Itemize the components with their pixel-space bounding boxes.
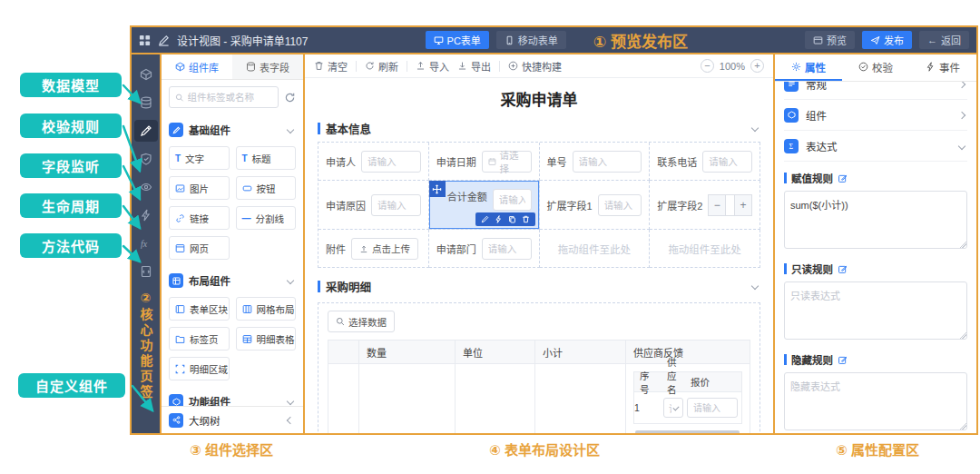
- field-apply-dept[interactable]: 申请部门: [429, 230, 540, 268]
- quick-build-button[interactable]: 快捷构建: [508, 59, 562, 74]
- order-no-input[interactable]: [573, 151, 642, 173]
- stepper-value[interactable]: [726, 194, 734, 216]
- component-link[interactable]: 链接: [169, 206, 230, 230]
- component-grid-layout[interactable]: 网格布局: [236, 297, 297, 321]
- apply-reason-input[interactable]: [371, 194, 421, 216]
- svg-text:Σ: Σ: [789, 142, 793, 150]
- component-image[interactable]: 图片: [169, 176, 230, 200]
- section-purchase-detail[interactable]: 采购明细: [318, 275, 760, 297]
- preview-button[interactable]: 预览: [805, 31, 855, 49]
- component-divider[interactable]: —分割线: [236, 206, 297, 230]
- detail-cell-quantity[interactable]: [359, 364, 456, 433]
- ext1-input[interactable]: [598, 194, 642, 216]
- feature-rail: fx ②核心功能页签: [132, 54, 162, 433]
- edit-icon[interactable]: [838, 264, 848, 274]
- component-webpage[interactable]: 网页: [169, 236, 230, 260]
- component-text[interactable]: T文字: [169, 146, 230, 170]
- component-button[interactable]: 按钮: [236, 176, 297, 200]
- validation-icon[interactable]: [134, 148, 158, 170]
- zoom-in-icon[interactable]: +: [750, 59, 764, 73]
- field-phone[interactable]: 联系电话: [650, 143, 760, 181]
- component-title[interactable]: T标题: [236, 146, 297, 170]
- section-basic-components[interactable]: 基础组件: [169, 116, 296, 143]
- form-design-surface[interactable]: 采购申请单 基本信息 申请人 申请日期: [305, 78, 773, 433]
- move-handle-icon[interactable]: [429, 181, 446, 197]
- total-amount-input[interactable]: [493, 189, 532, 211]
- tab-properties[interactable]: 属性: [775, 54, 842, 81]
- data-model-icon[interactable]: [134, 92, 158, 114]
- component-search[interactable]: [169, 86, 279, 108]
- phone-input[interactable]: [702, 151, 752, 173]
- hidden-rule-textarea[interactable]: [784, 372, 967, 430]
- detail-cell-subtotal-selected[interactable]: [535, 364, 626, 433]
- component-detail-table[interactable]: 明细表格: [236, 327, 297, 351]
- section-function-components[interactable]: 功能组件: [169, 388, 296, 406]
- edit-icon[interactable]: [838, 355, 848, 365]
- search-input[interactable]: [188, 92, 272, 103]
- design-icon[interactable]: [134, 120, 158, 142]
- component-form-block[interactable]: 表单区块: [169, 297, 230, 321]
- apply-dept-input[interactable]: [482, 238, 532, 260]
- edit-icon[interactable]: [838, 173, 848, 183]
- lifecycle-icon[interactable]: [134, 204, 158, 226]
- drop-zone[interactable]: 拖动组件至此处: [540, 230, 651, 268]
- component-tabs[interactable]: 标签页: [169, 327, 230, 351]
- refresh-icon[interactable]: [284, 92, 296, 104]
- copy-icon[interactable]: [508, 215, 516, 223]
- section-layout-components[interactable]: 布局组件: [169, 267, 296, 294]
- custom-page-icon[interactable]: [134, 261, 158, 282]
- date-picker[interactable]: 请选择: [482, 151, 532, 173]
- section-basic-info[interactable]: 基本信息: [318, 117, 760, 139]
- lightning-icon[interactable]: [495, 215, 503, 223]
- stepper-minus-icon[interactable]: −: [708, 194, 726, 216]
- method-code-icon[interactable]: fx: [134, 232, 158, 254]
- mobile-form-button[interactable]: 移动表单: [496, 31, 566, 49]
- assign-rule-textarea[interactable]: sum($(小计)): [784, 191, 967, 249]
- component-detail-region[interactable]: 明细区域: [169, 357, 230, 380]
- field-ext2[interactable]: 扩展字段2 − +: [650, 181, 760, 230]
- applicant-input[interactable]: [361, 151, 421, 173]
- outline-tree-bar[interactable]: 大纲树: [162, 406, 303, 433]
- supplier-select[interactable]: 请选择: [663, 398, 683, 418]
- field-total-amount-selected[interactable]: 合计金额: [429, 181, 540, 230]
- quote-input[interactable]: [687, 398, 738, 418]
- tab-validation[interactable]: 校验: [842, 54, 909, 81]
- tab-events[interactable]: 事件: [909, 54, 976, 81]
- delete-icon[interactable]: [522, 215, 530, 223]
- outline-tree-icon: [169, 413, 183, 428]
- readonly-rule-textarea[interactable]: [784, 281, 967, 340]
- image-icon: [175, 183, 185, 193]
- field-attachment[interactable]: 附件 点击上传: [318, 230, 429, 268]
- publish-button[interactable]: 发布: [862, 31, 912, 49]
- zoom-out-icon[interactable]: −: [701, 59, 714, 73]
- app-grid-icon[interactable]: [139, 35, 151, 46]
- pc-form-button[interactable]: PC表单: [426, 31, 489, 49]
- section-expression[interactable]: Σ 表达式: [784, 131, 967, 162]
- collapse-icon[interactable]: [287, 416, 294, 423]
- section-component[interactable]: 组件: [784, 100, 967, 131]
- field-ext1[interactable]: 扩展字段1: [540, 181, 651, 230]
- field-apply-reason[interactable]: 申请原因: [318, 181, 429, 230]
- detail-cell-unit[interactable]: [456, 364, 535, 433]
- tab-component-library[interactable]: 组件库: [162, 54, 232, 79]
- tab-table-fields[interactable]: 表字段: [232, 54, 303, 79]
- export-button[interactable]: 导出: [457, 59, 491, 74]
- upload-button[interactable]: 点击上传: [351, 238, 418, 260]
- select-data-button[interactable]: 选择数据: [328, 311, 395, 332]
- drop-zone[interactable]: 拖动组件至此处: [650, 230, 760, 268]
- refresh-button[interactable]: 刷新: [365, 59, 398, 74]
- field-apply-date[interactable]: 申请日期 请选择: [429, 143, 540, 181]
- field-applicant[interactable]: 申请人: [318, 143, 429, 181]
- edit-icon[interactable]: [481, 215, 489, 223]
- clear-button[interactable]: 清空: [314, 59, 348, 74]
- annotation-property-area: ⑤ 属性配置区: [777, 439, 978, 459]
- stepper-plus-icon[interactable]: +: [734, 194, 752, 216]
- field-order-no[interactable]: 单号: [540, 143, 651, 181]
- back-button[interactable]: ← 返回: [919, 31, 969, 49]
- components-icon[interactable]: [134, 64, 158, 85]
- horizontal-scrollbar[interactable]: [635, 430, 740, 433]
- field-watch-icon[interactable]: [134, 176, 158, 198]
- import-button[interactable]: 导入: [416, 59, 449, 74]
- section-general[interactable]: 常规: [784, 82, 967, 100]
- detail-col-quantity: 数量: [359, 341, 456, 363]
